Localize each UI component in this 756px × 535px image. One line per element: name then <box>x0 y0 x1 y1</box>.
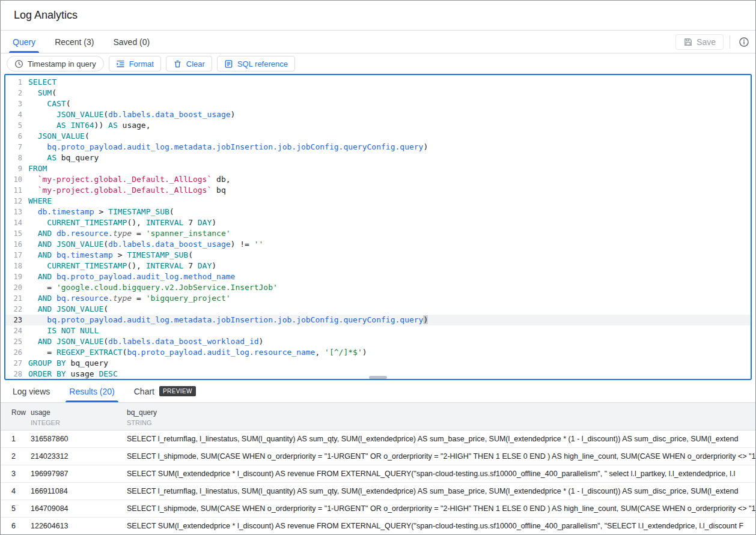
line-number: 28 <box>5 369 22 379</box>
clock-icon <box>14 59 23 68</box>
tab-chart-label: Chart <box>134 387 154 396</box>
code-text: FROM <box>22 163 47 174</box>
query-tabbar: Query Recent (3) Saved (0) Save <box>1 31 755 53</box>
format-button-label: Format <box>129 59 154 68</box>
line-number: 22 <box>5 304 22 315</box>
code-line-12[interactable]: 12WHERE <box>5 196 751 207</box>
column-name: bq_query <box>127 408 755 417</box>
tab-log-views-label: Log views <box>13 387 50 396</box>
cell-usage: 166911084 <box>31 487 127 495</box>
code-line-17[interactable]: 17 AND bq.timestamp > TIMESTAMP_SUB( <box>5 250 751 261</box>
tab-saved[interactable]: Saved (0) <box>103 31 159 53</box>
table-row[interactable]: 3196997987SELECT SUM(l_extendedprice * l… <box>1 465 755 483</box>
tab-saved-label: Saved (0) <box>113 37 150 47</box>
tab-results[interactable]: Results (20) <box>59 380 124 402</box>
code-line-6[interactable]: 6 JSON_VALUE( <box>5 131 751 142</box>
line-number: 7 <box>5 142 22 153</box>
code-line-25[interactable]: 25 AND JSON_VALUE(db.labels.data_boost_w… <box>5 336 751 347</box>
code-line-15[interactable]: 15 AND db.resource.type = 'spanner_insta… <box>5 228 751 239</box>
code-text: WHERE <box>22 196 52 207</box>
cell-usage: 214023312 <box>31 452 127 461</box>
clear-button-label: Clear <box>186 59 205 68</box>
log-analytics-app: Log Analytics Query Recent (3) Saved (0)… <box>0 0 756 535</box>
code-area: 1SELECT2 SUM(3 CAST(4 JSON_VALUE(db.labe… <box>5 75 751 379</box>
line-number: 14 <box>5 217 22 228</box>
code-line-24[interactable]: 24 IS NOT NULL <box>5 325 751 336</box>
sql-reference-button[interactable]: SQL reference <box>217 56 295 71</box>
column-header-bq-query[interactable]: bq_query STRING <box>127 403 755 430</box>
line-number: 1 <box>5 77 22 88</box>
cell-row: 6 <box>1 522 31 530</box>
table-row[interactable]: 2214023312SELECT l_shipmode, SUM(CASE WH… <box>1 448 755 465</box>
code-line-13[interactable]: 13 db.timestamp > TIMESTAMP_SUB( <box>5 207 751 217</box>
code-line-7[interactable]: 7 bq.proto_payload.audit_log.metadata.jo… <box>5 142 751 153</box>
code-text: SUM( <box>22 88 56 98</box>
line-number: 3 <box>5 98 22 109</box>
code-line-4[interactable]: 4 JSON_VALUE(db.labels.data_boost_usage) <box>5 109 751 120</box>
line-number: 6 <box>5 131 22 142</box>
code-line-18[interactable]: 18 CURRENT_TIMESTAMP(), INTERVAL 7 DAY) <box>5 261 751 271</box>
line-number: 13 <box>5 207 22 217</box>
format-button[interactable]: Format <box>109 56 161 71</box>
code-line-27[interactable]: 27GROUP BY bq_query <box>5 358 751 369</box>
code-text: AND JSON_VALUE(db.labels.data_boost_work… <box>22 336 263 347</box>
line-number: 24 <box>5 325 22 336</box>
cell-row: 1 <box>1 435 31 443</box>
line-number: 15 <box>5 228 22 239</box>
code-text: AND bq.resource.type = 'bigquery_project… <box>22 293 231 304</box>
code-line-22[interactable]: 22 AND JSON_VALUE( <box>5 304 751 315</box>
line-number: 20 <box>5 282 22 293</box>
clear-button[interactable]: Clear <box>166 56 212 71</box>
cell-bq-query: SELECT l_shipmode, SUM(CASE WHEN o_order… <box>127 504 755 513</box>
timestamp-in-query-chip[interactable]: Timestamp in query <box>7 56 104 71</box>
table-row[interactable]: 1316587860SELECT l_returnflag, l_linesta… <box>1 431 755 448</box>
table-row[interactable]: 6122604613SELECT SUM(l_extendedprice * l… <box>1 518 755 534</box>
preview-badge: PREVIEW <box>159 386 196 396</box>
code-line-5[interactable]: 5 AS INT64)) AS usage, <box>5 120 751 131</box>
cell-row: 5 <box>1 504 31 513</box>
line-number: 5 <box>5 120 22 131</box>
tab-query[interactable]: Query <box>3 31 45 53</box>
code-line-21[interactable]: 21 AND bq.resource.type = 'bigquery_proj… <box>5 293 751 304</box>
tab-log-views[interactable]: Log views <box>3 380 59 402</box>
cell-usage: 164709084 <box>31 504 127 513</box>
table-row[interactable]: 5164709084SELECT l_shipmode, SUM(CASE WH… <box>1 500 755 518</box>
line-number: 10 <box>5 174 22 185</box>
code-line-2[interactable]: 2 SUM( <box>5 88 751 98</box>
code-line-19[interactable]: 19 AND bq.proto_payload.audit_log.method… <box>5 271 751 282</box>
tab-chart[interactable]: Chart PREVIEW <box>124 380 206 402</box>
code-line-9[interactable]: 9FROM <box>5 163 751 174</box>
code-line-3[interactable]: 3 CAST( <box>5 98 751 109</box>
code-text: CURRENT_TIMESTAMP(), INTERVAL 7 DAY) <box>22 261 216 271</box>
code-line-10[interactable]: 10 `my-project.global._Default._AllLogs`… <box>5 174 751 185</box>
table-row[interactable]: 4166911084SELECT l_returnflag, l_linesta… <box>1 483 755 500</box>
code-text: IS NOT NULL <box>22 325 99 336</box>
code-line-20[interactable]: 20 = 'google.cloud.bigquery.v2.JobServic… <box>5 282 751 293</box>
tab-recent[interactable]: Recent (3) <box>45 31 103 53</box>
code-text: bq.proto_payload.audit_log.metadata.jobI… <box>22 315 428 325</box>
save-button[interactable]: Save <box>675 34 724 50</box>
code-line-8[interactable]: 8 AS bq_query <box>5 153 751 163</box>
sql-editor[interactable]: 1SELECT2 SUM(3 CAST(4 JSON_VALUE(db.labe… <box>4 74 752 380</box>
line-number: 12 <box>5 196 22 207</box>
info-button[interactable] <box>736 34 752 50</box>
line-number: 2 <box>5 88 22 98</box>
code-line-11[interactable]: 11 `my-project.global._Default._AllLogs`… <box>5 185 751 196</box>
tab-query-label: Query <box>13 37 35 47</box>
code-text: `my-project.global._Default._AllLogs` bq <box>22 185 226 196</box>
code-text: JSON_VALUE( <box>22 131 90 142</box>
code-line-26[interactable]: 26 = REGEXP_EXTRACT(bq.proto_payload.aud… <box>5 347 751 358</box>
cell-bq-query: SELECT SUM(l_extendedprice * l_discount)… <box>127 470 755 478</box>
code-line-23[interactable]: 23 bq.proto_payload.audit_log.metadata.j… <box>5 315 751 325</box>
editor-resize-handle[interactable] <box>369 376 387 379</box>
code-line-1[interactable]: 1SELECT <box>5 77 751 88</box>
line-number: 23 <box>5 315 22 325</box>
code-text: AND JSON_VALUE( <box>22 304 108 315</box>
code-line-14[interactable]: 14 CURRENT_TIMESTAMP(), INTERVAL 7 DAY) <box>5 217 751 228</box>
column-header-usage[interactable]: usage INTEGER <box>31 403 127 430</box>
cell-usage: 196997987 <box>31 470 127 478</box>
code-line-16[interactable]: 16 AND JSON_VALUE(db.labels.data_boost_u… <box>5 239 751 250</box>
line-number: 21 <box>5 293 22 304</box>
line-number: 17 <box>5 250 22 261</box>
code-text: AND JSON_VALUE(db.labels.data_boost_usag… <box>22 239 263 250</box>
